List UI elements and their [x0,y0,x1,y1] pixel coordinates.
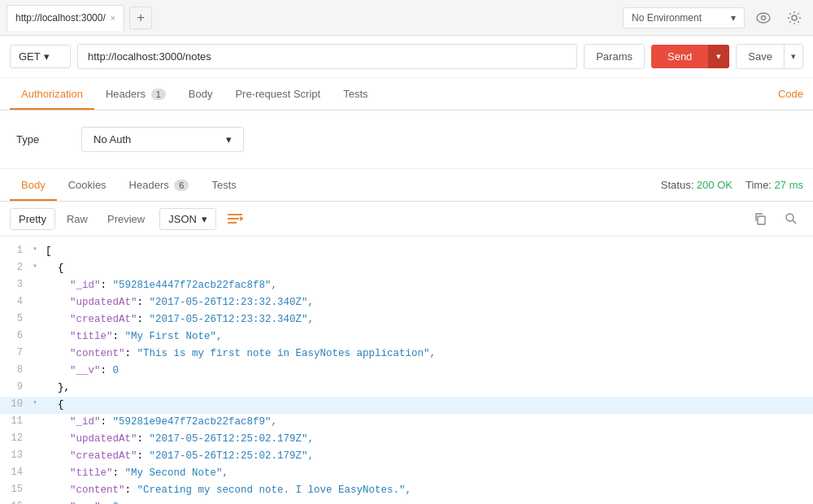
line-number: 6 [0,328,33,345]
tab-cookies[interactable]: Cookies [57,171,118,201]
svg-point-2 [792,15,797,20]
line-toggle-icon [33,311,44,328]
gear-button[interactable] [782,6,806,30]
browser-tab[interactable]: http://localhost:3000/ × [7,5,124,31]
tab-tests-req[interactable]: Tests [332,80,379,110]
code-line: 2▾ { [0,260,813,277]
json-key: "content" [70,484,125,496]
code-line: 8 "__v": 0 [0,363,813,380]
json-value: "2017-05-26T12:25:02.179Z", [150,450,315,462]
json-value: "This is my first note in EasyNotes appl… [137,348,437,359]
auth-type-row: Type No Auth ▾ [16,127,797,152]
auth-type-arrow-icon: ▾ [226,133,232,146]
line-toggle-icon [33,277,44,294]
format-value: JSON [168,213,197,225]
copy-button[interactable] [748,206,772,231]
svg-line-8 [793,220,796,224]
method-arrow-icon: ▾ [44,50,50,63]
line-content: { [44,397,813,414]
resp-headers-badge: 6 [174,180,189,191]
save-dropdown-button[interactable]: ▾ [784,45,802,68]
line-content: "__v": 0 [44,363,813,380]
auth-type-select[interactable]: No Auth ▾ [81,127,244,152]
code-line: 13 "createdAt": "2017-05-26T12:25:02.179… [0,448,813,465]
line-content: "createdAt": "2017-05-26T12:25:02.179Z", [44,448,813,465]
code-viewer[interactable]: 1▾[2▾ {3 "_id": "59281e4447f72acb22fac8f… [0,237,813,504]
tab-headers-resp[interactable]: Headers 6 [118,171,201,201]
response-status: Status: 200 OK [661,179,733,191]
json-key: "createdAt" [70,314,137,325]
line-content: "_id": "59281e9e47f72acb22fac8f9", [44,414,813,431]
params-button[interactable]: Params [584,44,645,69]
auth-type-value: No Auth [93,133,131,146]
line-toggle-icon[interactable]: ▾ [33,397,44,414]
tab-body-resp[interactable]: Body [10,171,57,201]
line-toggle-icon [33,465,44,482]
method-label: GET [19,50,41,63]
json-key: "title" [70,467,113,479]
search-button[interactable] [779,206,803,231]
code-line: 12 "updatedAt": "2017-05-26T12:25:02.179… [0,431,813,448]
request-tabs: Authorization Headers 1 Body Pre-request… [0,78,813,111]
format-arrow-icon: ▾ [202,213,207,225]
line-toggle-icon [33,294,44,311]
env-section: No Environment ▾ [623,6,806,30]
format-select[interactable]: JSON ▾ [159,208,216,230]
svg-point-0 [757,13,770,23]
line-number: 16 [0,499,33,504]
new-tab-button[interactable]: + [129,7,152,29]
method-select[interactable]: GET ▾ [10,45,71,68]
tab-headers[interactable]: Headers 1 [94,80,177,110]
auth-type-label: Type [16,133,65,146]
json-key: "updatedAt" [70,297,137,308]
json-value: "Creating my second note. I love EasyNot… [137,484,412,496]
line-content: "title": "My Second Note", [44,465,813,482]
line-number: 2 [0,260,33,277]
eye-button[interactable] [751,6,776,30]
send-button[interactable]: Send [651,45,708,68]
code-line: 7 "content": "This is my first note in E… [0,345,813,363]
line-toggle-icon[interactable]: ▾ [33,243,44,260]
code-line: 14 "title": "My Second Note", [0,465,813,482]
send-dropdown-button[interactable]: ▾ [708,45,729,68]
line-content: [ [44,243,813,260]
fmt-preview[interactable]: Preview [99,209,153,229]
line-toggle-icon [33,363,44,380]
line-toggle-icon [33,499,44,504]
code-line: 15 "content": "Creating my second note. … [0,482,813,499]
fmt-pretty[interactable]: Pretty [10,208,55,230]
tab-close-icon[interactable]: × [111,13,115,23]
line-content: }, [44,380,813,397]
time-value: 27 ms [775,179,803,191]
tab-prerequest[interactable]: Pre-request Script [224,80,332,110]
line-content: { [44,260,813,277]
code-line: 10▾ { [0,397,813,414]
tab-body[interactable]: Body [177,80,224,110]
tab-authorization[interactable]: Authorization [10,80,94,110]
line-number: 13 [0,448,33,465]
send-button-group: Send ▾ [651,45,729,68]
url-input[interactable] [77,44,577,69]
line-content: "updatedAt": "2017-05-26T12:23:32.340Z", [44,294,813,311]
tab-tests-resp[interactable]: Tests [200,171,247,201]
line-content: "content": "This is my first note in Eas… [44,345,813,363]
svg-point-1 [762,15,766,20]
line-content: "updatedAt": "2017-05-26T12:25:02.179Z", [44,431,813,448]
line-toggle-icon [33,345,44,363]
line-toggle-icon[interactable]: ▾ [33,260,44,277]
json-value: "59281e9e47f72acb22fac8f9", [113,416,278,428]
code-line: 9 }, [0,380,813,397]
top-bar: http://localhost:3000/ × + No Environmen… [0,0,813,36]
headers-badge: 1 [151,89,166,100]
save-button[interactable]: Save [737,45,784,68]
code-link[interactable]: Code [778,88,803,100]
code-line: 11 "_id": "59281e9e47f72acb22fac8f9", [0,414,813,431]
code-line: 6 "title": "My First Note", [0,328,813,345]
env-label: No Environment [632,12,702,24]
line-number: 15 [0,482,33,499]
fmt-raw[interactable]: Raw [59,209,96,229]
response-tabs: Body Cookies Headers 6 Tests Status: 200… [0,169,813,202]
line-content: "title": "My First Note", [44,328,813,345]
wrap-button[interactable] [223,206,247,231]
environment-dropdown[interactable]: No Environment ▾ [623,7,745,28]
